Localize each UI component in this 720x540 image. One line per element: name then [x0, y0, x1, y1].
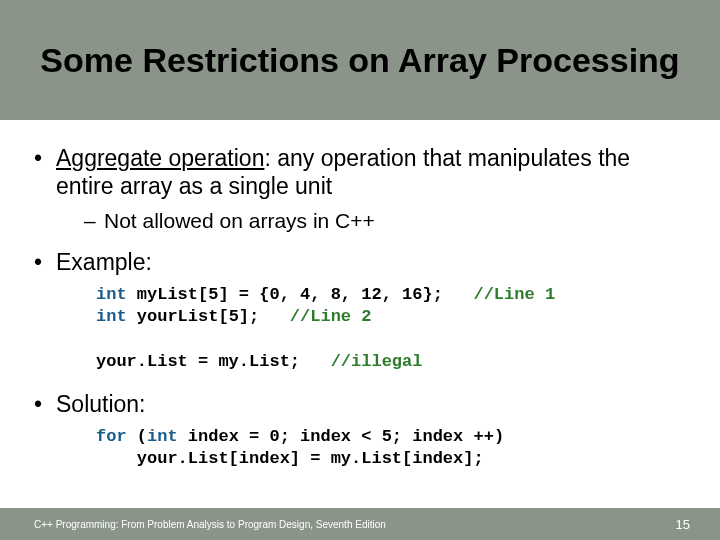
- footer-bar: C++ Programming: From Problem Analysis t…: [0, 508, 720, 540]
- slide: { "title": "Some Restrictions on Array P…: [0, 0, 720, 540]
- bullet-example: Example:: [34, 248, 686, 276]
- code-solution: for (int index = 0; index < 5; index ++)…: [96, 426, 686, 471]
- title-bar: Some Restrictions on Array Processing: [0, 0, 720, 120]
- sub-not-allowed: Not allowed on arrays in C++: [84, 208, 686, 234]
- bullet-aggregate: Aggregate operation: any operation that …: [34, 144, 686, 200]
- footer-text: C++ Programming: From Problem Analysis t…: [34, 519, 386, 530]
- page-number: 15: [676, 517, 690, 532]
- term-aggregate: Aggregate operation: [56, 145, 264, 171]
- content-area: Aggregate operation: any operation that …: [0, 120, 720, 470]
- bullet-solution: Solution:: [34, 390, 686, 418]
- code-example: int myList[5] = {0, 4, 8, 12, 16}; //Lin…: [96, 284, 686, 374]
- slide-title: Some Restrictions on Array Processing: [40, 41, 679, 80]
